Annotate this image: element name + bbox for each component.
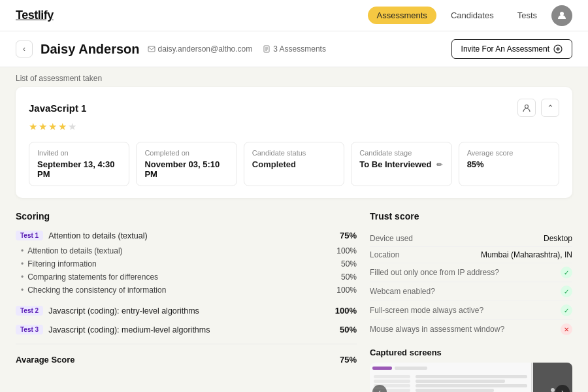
trust-webcam-key: Webcam enabled?	[370, 287, 435, 296]
test-1-header: Test 1 Attention to details (textual) 75…	[16, 231, 357, 240]
trust-row-device: Device used Desktop	[370, 231, 572, 247]
sub-item-4: • Checking the consistency of informatio…	[21, 284, 357, 297]
stage-text: To Be Interviewed	[359, 159, 431, 169]
check-fullscreen-icon: ✓	[561, 304, 572, 316]
plus-circle-icon	[553, 44, 563, 54]
test-group-1: Test 1 Attention to details (textual) 75…	[16, 231, 357, 297]
collapse-button[interactable]: ⌃	[541, 99, 559, 117]
trust-row-webcam: Webcam enabled? ✓	[370, 282, 572, 301]
stat-candidate-stage: Candidate stage To Be Interviewed ✏	[351, 142, 451, 186]
person-icon-button[interactable]	[517, 99, 536, 117]
candidate-email: daisy.anderson@altho.com	[148, 44, 253, 54]
cross-mouse-icon: ✕	[561, 323, 572, 335]
sub-item-3: • Comparing statements for differences 5…	[21, 270, 357, 284]
nav-candidates[interactable]: Candidates	[442, 7, 503, 24]
main-nav: Assessments Candidates Tests	[368, 5, 572, 26]
header: Testlify Assessments Candidates Tests	[0, 0, 588, 31]
trust-panel: Trust score Device used Desktop Location…	[370, 211, 572, 392]
check-webcam-icon: ✓	[561, 286, 572, 297]
test-group-2: Test 2 Javascript (coding): entry-level …	[16, 306, 357, 316]
stat-stage-value: To Be Interviewed ✏	[359, 159, 443, 169]
star-4: ★	[58, 121, 67, 133]
sub-item-3-left: • Comparing statements for differences	[21, 272, 158, 282]
average-score: 75%	[340, 355, 357, 365]
sub-item-1-name: Attention to details (textual)	[27, 246, 122, 255]
svg-point-9	[525, 105, 529, 108]
sub-item-2-name: Filtering information	[27, 259, 96, 269]
sub-item-3-score: 50%	[341, 272, 357, 282]
test-3-name: Javascript (coding): medium-level algori…	[48, 325, 210, 335]
trust-row-mouse: Mouse always in assessment window? ✕	[370, 320, 572, 338]
test-1-sub-items: • Attention to details (textual) 100% • …	[16, 244, 357, 297]
sub-item-1-left: • Attention to details (textual)	[21, 246, 123, 255]
stat-completed-on: Completed on November 03, 5:10 PM	[136, 142, 237, 186]
sub-item-4-left: • Checking the consistency of informatio…	[21, 286, 166, 295]
trust-mouse-key: Mouse always in assessment window?	[370, 325, 504, 334]
stat-avg-value: 85%	[467, 159, 551, 169]
stat-avg-label: Average score	[467, 149, 551, 157]
captured-screens-container: ‹ ›	[370, 363, 572, 392]
main-content: JavaScript 1 ⌃ ★ ★ ★ ★ ★ Invited on Sep	[0, 87, 588, 392]
stat-stage-label: Candidate stage	[359, 149, 443, 157]
test-group-3: Test 3 Javascript (coding): medium-level…	[16, 325, 357, 335]
scoring-panel: Scoring Test 1 Attention to details (tex…	[16, 211, 357, 392]
score-divider	[16, 344, 357, 344]
test-1-score: 75%	[340, 231, 357, 240]
sub-item-2: • Filtering information 50%	[21, 257, 357, 270]
average-row: Avarage Score 75%	[16, 352, 357, 365]
trust-ip-key: Filled out only once from IP address?	[370, 268, 499, 277]
document-icon	[263, 45, 270, 53]
sub-item-2-score: 50%	[341, 259, 357, 269]
back-button[interactable]: ‹	[16, 41, 33, 57]
test-2-score: 100%	[335, 306, 357, 316]
bullet-2: •	[21, 259, 24, 269]
test-2-header-left: Test 2 Javascript (coding): entry-level …	[16, 306, 199, 316]
user-avatar[interactable]	[551, 5, 572, 26]
stat-status-value: Completed	[252, 159, 336, 169]
rating-stars: ★ ★ ★ ★ ★	[29, 121, 559, 133]
sub-item-3-name: Comparing statements for differences	[27, 272, 158, 282]
person-icon	[522, 103, 531, 112]
stat-invited-label: Invited on	[37, 149, 121, 157]
sub-item-1-score: 100%	[336, 246, 357, 255]
sub-item-4-name: Checking the consistency of information	[27, 286, 166, 295]
star-2: ★	[39, 121, 47, 133]
assessment-card-header: JavaScript 1 ⌃	[29, 99, 559, 117]
assessment-title: JavaScript 1	[29, 103, 86, 114]
trust-location-val: Mumbai (Maharashtra), IN	[481, 250, 572, 259]
test-2-name: Javascript (coding): entry-level algorit…	[48, 306, 199, 316]
test-1-badge: Test 1	[16, 231, 43, 240]
invite-button[interactable]: Invite For An Assessment	[451, 39, 572, 59]
trust-device-key: Device used	[370, 234, 413, 243]
test-3-badge: Test 3	[16, 325, 43, 335]
star-1: ★	[29, 121, 37, 133]
sub-item-4-score: 100%	[336, 286, 357, 295]
bullet-3: •	[21, 272, 24, 282]
svg-rect-1	[148, 46, 155, 52]
edit-stage-icon[interactable]: ✏	[436, 161, 442, 169]
stat-invited-on: Invited on September 13, 4:30 PM	[29, 142, 129, 186]
svg-point-10	[551, 388, 555, 392]
screen-main-area	[370, 363, 532, 392]
nav-assessments[interactable]: Assessments	[368, 7, 436, 24]
test-1-header-left: Test 1 Attention to details (textual)	[16, 231, 148, 240]
stat-completed-value: November 03, 5:10 PM	[144, 159, 228, 179]
scoring-title: Scoring	[16, 211, 357, 221]
breadcrumb: List of assessment taken	[0, 67, 588, 87]
trust-location-key: Location	[370, 250, 399, 259]
star-5: ★	[68, 121, 76, 133]
breadcrumb-text: List of assessment taken	[16, 74, 102, 83]
bottom-section: Scoring Test 1 Attention to details (tex…	[16, 211, 572, 392]
captured-screens-title: Captured screens	[370, 348, 572, 357]
nav-tests[interactable]: Tests	[508, 7, 546, 24]
average-label: Avarage Score	[16, 355, 75, 365]
stat-average-score: Average score 85%	[459, 142, 559, 186]
test-2-header: Test 2 Javascript (coding): entry-level …	[16, 306, 357, 316]
star-3: ★	[48, 121, 57, 133]
trust-device-val: Desktop	[544, 234, 572, 243]
stat-completed-label: Completed on	[144, 149, 228, 157]
test-1-name: Attention to details (textual)	[48, 231, 147, 240]
stat-candidate-status: Candidate status Completed	[244, 142, 344, 186]
trust-fullscreen-key: Full-screen mode always active?	[370, 306, 483, 315]
assessment-card: JavaScript 1 ⌃ ★ ★ ★ ★ ★ Invited on Sep	[16, 87, 572, 198]
